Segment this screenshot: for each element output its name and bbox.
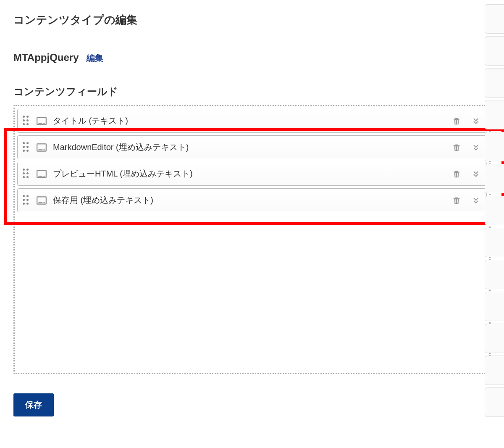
rail-stub[interactable] [485,356,504,385]
drag-handle-icon[interactable] [23,169,30,179]
rail-stub[interactable] [485,100,504,129]
rail-stub[interactable] [485,4,504,34]
field-label: タイトル (テキスト) [53,115,445,126]
field-row[interactable]: 保存用 (埋め込みテキスト) [17,188,487,212]
field-label: プレビューHTML (埋め込みテキスト) [53,168,445,179]
page-title: コンテンツタイプの編集 [13,13,491,27]
content-type-header: MTAppjQuery 編集 [13,52,491,64]
field-row[interactable]: プレビューHTML (埋め込みテキスト) [17,162,487,186]
content-type-name: MTAppjQuery [13,52,79,63]
field-label: 保存用 (埋め込みテキスト) [53,195,445,206]
expand-icon[interactable] [470,195,481,206]
rail-stub[interactable] [485,164,504,193]
rail-stub[interactable] [485,387,504,417]
field-row[interactable]: MarkdownEditor (埋め込みテキスト) [17,135,487,159]
delete-icon[interactable] [451,169,462,179]
text-field-icon [36,169,47,179]
save-button[interactable]: 保存 [13,393,54,416]
row-actions [451,142,481,153]
rail-stub[interactable] [485,324,504,353]
rail-stub[interactable] [485,36,504,66]
field-label: MarkdownEditor (埋め込みテキスト) [53,142,445,153]
delete-icon[interactable] [451,195,462,206]
drag-handle-icon[interactable] [23,116,30,126]
row-actions [451,195,481,206]
text-field-icon [36,142,47,153]
drag-handle-icon[interactable] [23,142,30,153]
rail-stub[interactable] [485,132,504,161]
delete-icon[interactable] [451,116,462,126]
rail-stub[interactable] [485,196,504,225]
delete-icon[interactable] [451,142,462,153]
fields-container[interactable]: タイトル (テキスト) MarkdownEditor (埋め込みテキスト) [13,105,491,374]
section-title: コンテンツフィールド [13,85,491,98]
right-rail [485,0,504,429]
rail-stub[interactable] [485,260,504,289]
field-row[interactable]: タイトル (テキスト) [17,109,487,133]
row-actions [451,116,481,126]
row-actions [451,169,481,179]
expand-icon[interactable] [470,142,481,153]
drag-handle-icon[interactable] [23,195,30,206]
text-field-icon [36,195,47,206]
expand-icon[interactable] [470,116,481,126]
text-field-icon [36,116,47,126]
expand-icon[interactable] [470,169,481,179]
rail-stub[interactable] [485,292,504,321]
edit-link[interactable]: 編集 [87,53,103,64]
rail-stub[interactable] [485,68,504,98]
rail-stub[interactable] [485,228,504,257]
